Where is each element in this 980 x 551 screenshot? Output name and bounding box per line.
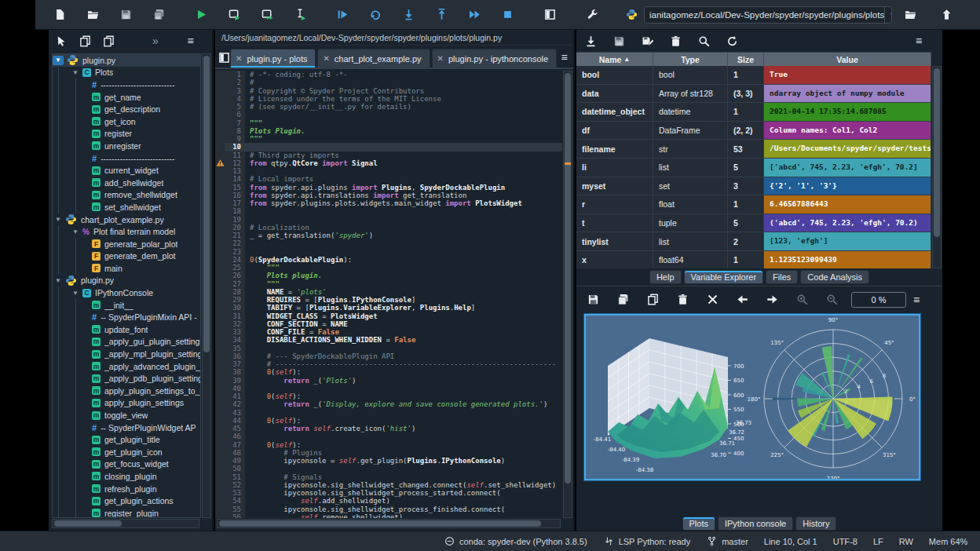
parent-directory-icon[interactable]: [936, 5, 956, 25]
chevron-down-icon[interactable]: ▼: [53, 277, 64, 284]
outline-item-plots[interactable]: ▼CPlots: [53, 67, 200, 79]
outline-item-generate_dem_plot[interactable]: Fgenerate_dem_plot: [53, 250, 200, 263]
variable-row-r[interactable]: rfloat16.46567886443: [576, 195, 931, 214]
maximize-pane-icon[interactable]: [539, 5, 560, 25]
editor-horizontal-scrollbar[interactable]: [217, 519, 561, 528]
outline-item-update_font[interactable]: mupdate_font: [53, 323, 200, 336]
outline-item-_apply_advanced_plugin_s[interactable]: m_apply_advanced_plugin_s: [53, 360, 200, 373]
browse-tabs-icon[interactable]: [218, 47, 230, 68]
outline-item-_apply_gui_plugin_settings[interactable]: m_apply_gui_plugin_settings: [53, 336, 200, 348]
variable-row-bool[interactable]: boolbool1True: [576, 66, 931, 85]
remove-plot-icon[interactable]: [672, 290, 693, 310]
variable-row-x[interactable]: xfloat6411.1235123099439: [576, 251, 931, 268]
copy-plot-icon[interactable]: [642, 290, 663, 310]
import-data-icon[interactable]: [581, 31, 600, 50]
outline-item-get_focus_widget[interactable]: mget_focus_widget: [53, 458, 200, 471]
plots-options-menu-icon[interactable]: ≡: [906, 290, 927, 310]
zoom-in-icon[interactable]: [792, 290, 812, 310]
outline-item--spyderpluginwidget-ap[interactable]: #-- SpyderPluginWidget AP: [53, 421, 200, 434]
save-data-icon[interactable]: [609, 31, 628, 50]
outline-item-get_plugin_icon[interactable]: mget_plugin_icon: [53, 446, 200, 458]
variable-row-myset[interactable]: mysetset3{'2', '1', '3'}: [576, 177, 931, 196]
outline-item-remove_shellwidget[interactable]: mremove_shellwidget: [53, 189, 200, 202]
tab-files[interactable]: Files: [766, 270, 798, 284]
outline-item-main[interactable]: Fmain: [53, 262, 200, 275]
remove-variable-icon[interactable]: [666, 31, 685, 50]
editor-tab-plugin-py-plots[interactable]: ✕plugin.py - plots: [230, 49, 316, 68]
working-directory-combo[interactable]: ianitagomez/Local/Dev-Spyder/spyder/spyd…: [644, 6, 892, 24]
run-cell-icon[interactable]: [224, 5, 244, 25]
outline-item--[interactable]: #---------------------------: [53, 78, 200, 91]
outline-item-apply_plugin_settings[interactable]: mapply_plugin_settings: [53, 397, 200, 410]
outline-item-get_name[interactable]: mget_name: [53, 91, 200, 104]
chevron-down-icon[interactable]: ▼: [70, 290, 81, 297]
outline-item-plot-final-terrain-model[interactable]: ▼%Plot final terrain model: [53, 225, 200, 238]
variable-vertical-scrollbar[interactable]: [932, 66, 942, 268]
variable-row-df[interactable]: dfDataFrame(2, 2)Column names: Col1, Col…: [576, 122, 931, 140]
outline-tree[interactable]: ▼plugin.py▼CPlots#----------------------…: [52, 53, 201, 518]
tab-ipython-console[interactable]: IPython console: [718, 516, 793, 531]
plot-canvas[interactable]: 700650600550500450400-84.41-84.40-84.39-…: [584, 314, 920, 480]
variable-row-data[interactable]: dataArray of str128(3, 3)ndarray object …: [576, 85, 931, 104]
outline-horizontal-scrollbar[interactable]: [52, 519, 199, 528]
save-file-icon[interactable]: [115, 5, 136, 25]
outline-item-refresh_plugin[interactable]: mrefresh_plugin: [53, 483, 200, 495]
outline-item-_apply_pdb_plugin_setting[interactable]: m_apply_pdb_plugin_setting: [53, 372, 200, 385]
outline-item-_apply_mpl_plugin_setting[interactable]: m_apply_mpl_plugin_setting: [53, 348, 200, 360]
debug-step-into-icon[interactable]: [398, 5, 419, 25]
variable-options-menu-icon[interactable]: ≡: [909, 31, 928, 50]
collapse-expand-icon[interactable]: »: [148, 31, 163, 50]
variable-row-li[interactable]: lilist5['abcd', 745, 2.23, 'efgh', 70.2]: [576, 159, 931, 177]
close-icon[interactable]: ✕: [323, 54, 329, 63]
variable-row-tinylist[interactable]: tinylistlist2[123, 'efgh']: [576, 232, 931, 251]
debug-file-icon[interactable]: [332, 5, 353, 25]
editor-vertical-scrollbar[interactable]: [563, 71, 572, 518]
debug-step-over-icon[interactable]: [365, 5, 386, 25]
close-all-plots-icon[interactable]: [702, 290, 722, 310]
tools-icon[interactable]: [582, 5, 602, 25]
outline-item-chart_plot_example-py[interactable]: ▼chart_plot_example.py: [53, 213, 200, 226]
outline-item--spyderpluginmixin-api-[interactable]: #-- SpyderPluginMixin API -: [53, 311, 200, 323]
open-file-icon[interactable]: [82, 5, 103, 25]
save-all-icon[interactable]: [148, 5, 169, 25]
run-selection-icon[interactable]: [290, 5, 310, 25]
outline-item-get_plugin_title[interactable]: mget_plugin_title: [53, 433, 200, 446]
chevron-down-icon[interactable]: ▼: [53, 216, 64, 223]
show-fullpath-icon[interactable]: [78, 31, 93, 50]
run-cell-advance-icon[interactable]: [257, 5, 277, 25]
save-plot-icon[interactable]: [583, 290, 603, 310]
outline-item-generate_polar_plot[interactable]: Fgenerate_polar_plot: [53, 238, 200, 250]
tab-code-analysis[interactable]: Code Analysis: [800, 270, 869, 284]
options-menu-icon[interactable]: ≡: [183, 31, 198, 50]
tab-variable-explorer[interactable]: Variable Explorer: [684, 270, 764, 284]
editor-tab-chart-plot-example-py[interactable]: ✕chart_plot_example.py: [317, 49, 430, 68]
zoom-out-icon[interactable]: [821, 290, 842, 310]
chevron-down-icon[interactable]: ▼: [884, 7, 892, 23]
editor-tab-plugin-py-ipythonconsole[interactable]: ✕plugin.py - ipythonconsole: [432, 49, 558, 68]
chevron-down-icon[interactable]: ▼: [70, 69, 81, 76]
chevron-down-icon[interactable]: ▼: [70, 228, 81, 235]
outline-item-set_shellwidget[interactable]: mset_shellwidget: [53, 201, 200, 213]
previous-plot-icon[interactable]: [732, 290, 752, 310]
outline-item-register[interactable]: mregister: [53, 128, 200, 140]
outline-item-apply_plugin_settings_to_c[interactable]: mapply_plugin_settings_to_c: [53, 385, 200, 397]
variable-row-filename[interactable]: filenamestr53/Users/Documents/spyder/spy…: [576, 140, 931, 159]
open-directory-icon[interactable]: [900, 5, 920, 25]
code-editor[interactable]: 1# -*- coding: utf-8 -*-2#3# Copyright ©…: [215, 71, 562, 518]
outline-item-closing_plugin[interactable]: mclosing_plugin: [53, 470, 200, 483]
tab-history[interactable]: History: [795, 516, 836, 531]
debug-step-return-icon[interactable]: [431, 5, 452, 25]
tab-help[interactable]: Help: [649, 270, 682, 284]
variable-table-header[interactable]: Name ▲ Type Size Value: [576, 53, 931, 66]
outline-vertical-scrollbar[interactable]: [202, 53, 211, 518]
debug-stop-icon[interactable]: [497, 5, 517, 25]
show-all-files-icon[interactable]: [102, 31, 117, 50]
go-to-cursor-icon[interactable]: [53, 31, 68, 50]
next-plot-icon[interactable]: [762, 290, 782, 310]
outline-item-get_description[interactable]: mget_description: [53, 103, 200, 115]
search-variable-icon[interactable]: [694, 31, 713, 50]
outline-item-current_widget[interactable]: mcurrent_widget: [53, 164, 200, 177]
outline-item-get_icon[interactable]: mget_icon: [53, 115, 200, 128]
variable-row-t[interactable]: ttuple5('abcd', 745, 2.23, 'efgh', 70.2): [576, 214, 931, 233]
close-icon[interactable]: ✕: [437, 54, 444, 63]
